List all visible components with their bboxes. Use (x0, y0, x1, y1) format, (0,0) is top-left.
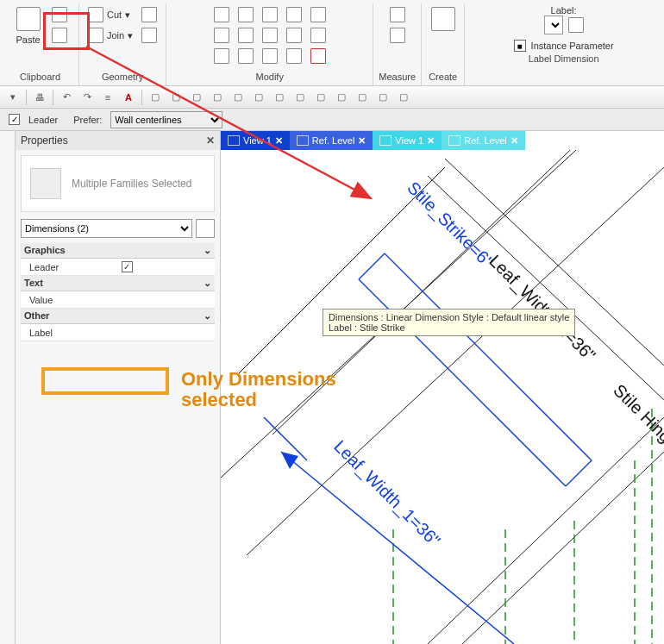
tab-close-icon[interactable]: ✕ (358, 135, 366, 147)
selection-filter-dropdown[interactable]: Dimensions (2) (21, 219, 192, 238)
q7-icon[interactable]: ▢ (272, 90, 287, 105)
q5-icon[interactable]: ▢ (230, 90, 246, 105)
q1-icon[interactable]: ▢ (147, 90, 163, 105)
match-type-button[interactable] (48, 26, 71, 45)
dimension-button[interactable] (386, 26, 409, 45)
delete-button[interactable] (307, 47, 329, 66)
properties-title: Properties (21, 134, 68, 147)
redo-icon[interactable]: ↷ (79, 90, 95, 105)
split-button[interactable] (259, 26, 281, 45)
pin-button[interactable] (307, 5, 329, 24)
svg-line-6 (428, 176, 664, 400)
menu-icon[interactable]: ▾ (5, 90, 21, 105)
tooltip-line2: Label : Stile Strike (329, 322, 569, 333)
q10-icon[interactable]: ▢ (334, 90, 349, 105)
q12-icon[interactable]: ▢ (375, 90, 391, 105)
q8-icon[interactable]: ▢ (292, 90, 308, 105)
svg-line-4 (428, 417, 664, 644)
edit-type-button[interactable] (196, 219, 215, 238)
modify-group-label: Modify (172, 70, 367, 85)
tab-view1-2[interactable]: View 1 ✕ (373, 131, 442, 150)
text-icon[interactable]: A (121, 90, 136, 105)
other-section[interactable]: Other⌄ (21, 309, 215, 324)
q3-icon[interactable]: ▢ (189, 90, 204, 105)
dim-icon (390, 28, 405, 43)
offset-icon (238, 7, 254, 22)
trim-icon (262, 7, 278, 22)
view-icon (379, 135, 392, 146)
extend-b-button[interactable] (283, 26, 305, 45)
graphics-section[interactable]: Graphics⌄ (21, 243, 215, 259)
copy-icon (52, 7, 67, 22)
separator (26, 90, 27, 105)
leader-prop-checkbox[interactable]: ✓ (122, 261, 133, 272)
ext-b-icon (286, 28, 302, 43)
type-selector[interactable]: Multiple Families Selected (21, 155, 215, 212)
prefer-dropdown[interactable]: Wall centerlines (110, 111, 222, 128)
instance-param-checkbox[interactable]: ■ (514, 40, 526, 52)
type-text: Multiple Families Selected (72, 178, 191, 190)
tab-close-icon[interactable]: ✕ (511, 135, 518, 147)
view-icon (228, 135, 240, 146)
label-caption: Label: (551, 5, 577, 16)
label-new-icon[interactable] (568, 17, 584, 33)
dim-stile-strike[interactable]: Stile_Strike=6" (403, 178, 497, 272)
close-icon[interactable]: ✕ (206, 134, 215, 147)
label-dropdown[interactable] (544, 16, 563, 34)
create-button[interactable] (428, 3, 459, 64)
undo-icon[interactable]: ↶ (59, 90, 74, 105)
q9-icon[interactable]: ▢ (313, 90, 329, 105)
print-icon[interactable]: 🖶 (32, 90, 47, 105)
rotate-button[interactable] (235, 47, 257, 66)
wallopening-button[interactable] (138, 26, 160, 45)
copy-button[interactable] (48, 5, 71, 24)
create-icon (431, 7, 455, 31)
q13-icon[interactable]: ▢ (396, 90, 411, 105)
q2-icon[interactable]: ▢ (168, 90, 184, 105)
tab-close-icon[interactable]: ✕ (275, 135, 283, 147)
offset-button[interactable] (235, 5, 257, 24)
tab-close-icon[interactable]: ✕ (427, 135, 435, 147)
move-button[interactable] (210, 26, 233, 45)
extend-c-button[interactable] (283, 47, 305, 66)
text-section-label: Text (24, 278, 43, 289)
unpin-button[interactable] (307, 26, 329, 45)
label-row[interactable]: Label (21, 324, 215, 341)
leader-row[interactable]: Leader ✓ (21, 259, 215, 276)
join-button[interactable]: Join▾ (85, 26, 136, 45)
rotate-icon (238, 48, 254, 64)
q4-icon[interactable]: ▢ (210, 90, 225, 105)
tab-view1-active[interactable]: View 1 ✕ (221, 131, 290, 150)
copy2-button[interactable] (210, 47, 233, 66)
project-browser-stub[interactable] (0, 131, 16, 644)
leader-checkbox[interactable]: ✓ (9, 114, 20, 125)
thin-lines-icon[interactable]: ≡ (100, 90, 116, 105)
ribbon-group-label-dimension: Label: ■ Instance Parameter Label Dimens… (465, 3, 662, 85)
options-bar: ✓ Leader Prefer: Wall centerlines (0, 109, 664, 131)
measure-button[interactable] (386, 5, 409, 24)
extend-a-button[interactable] (283, 5, 305, 24)
tab-reflevel-1[interactable]: Ref. Level ✕ (290, 131, 373, 150)
svg-line-16 (566, 460, 592, 486)
tab-reflevel-2[interactable]: Ref. Level ✕ (442, 131, 525, 150)
align-button[interactable] (210, 5, 233, 24)
unpin-icon (310, 28, 326, 43)
quick-access-toolbar: ▾ 🖶 ↶ ↷ ≡ A ▢ ▢ ▢ ▢ ▢ ▢ ▢ ▢ ▢ ▢ ▢ ▢ ▢ (0, 86, 664, 109)
value-row[interactable]: Value (21, 291, 215, 309)
cope-button[interactable] (138, 5, 160, 24)
cut-button[interactable]: Cut▾ (85, 5, 136, 24)
paste-button[interactable]: Paste (10, 3, 47, 64)
q11-icon[interactable]: ▢ (354, 90, 370, 105)
svg-line-13 (385, 253, 592, 460)
text-section[interactable]: Text⌄ (21, 276, 215, 291)
prefer-label: Prefer: (73, 115, 102, 125)
dim-leaf-width-blue[interactable]: Leaf_Width_1=36" (329, 436, 444, 551)
trim-button[interactable] (259, 5, 281, 24)
ribbon-group-geometry: Cut▾ Join▾ Geometry (79, 3, 166, 85)
brush-icon (52, 28, 67, 43)
mirror-button[interactable] (235, 26, 257, 45)
q6-icon[interactable]: ▢ (251, 90, 266, 105)
array-button[interactable] (259, 47, 281, 66)
array-icon (262, 48, 278, 64)
properties-header: Properties ✕ (16, 131, 220, 150)
